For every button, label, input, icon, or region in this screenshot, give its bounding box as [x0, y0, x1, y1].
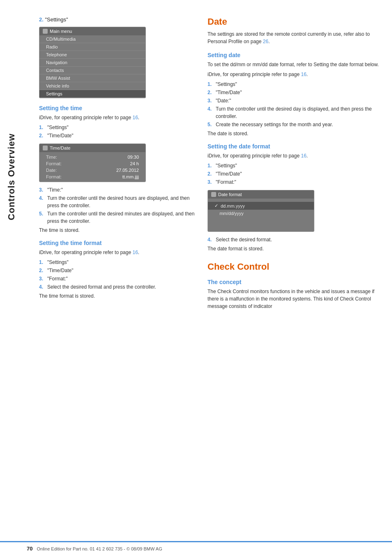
list-item: 4.Select the desired format and press th… [39, 283, 195, 291]
menu-item: Vehicle info [39, 82, 145, 90]
dateformat-option2: mm/dd/yyyy [219, 211, 244, 216]
setting-time-steps: 1."Settings" 2."Time/Date" [39, 124, 195, 139]
timedate-header: Time/Date [39, 144, 145, 152]
setting-date-link[interactable]: 16 [301, 72, 306, 77]
list-item: 4.Select the desired format. [208, 236, 380, 243]
menu-header: Main menu [39, 27, 145, 35]
timedate-row-format2: Format: tt.mm.jjjj [39, 173, 145, 180]
date-format-link[interactable]: 16 [301, 153, 306, 159]
menu-title: Main menu [50, 29, 72, 34]
list-item: 2."Time/Date" [208, 89, 380, 96]
menu-item-settings: Settings [39, 90, 145, 98]
dateformat-option1: dd.mm.yyyy [221, 204, 245, 208]
menu-item: CD/Multimedia [39, 35, 145, 43]
setting-date-format-steps: 1."Settings" 2."Time/Date" 3."Format:" [208, 162, 380, 186]
timedate-title: Time/Date [50, 146, 70, 150]
check-control-concept-heading: The concept [208, 279, 380, 285]
list-item: 1."Settings" [208, 162, 380, 169]
list-item: 2."Time/Date" [39, 267, 195, 274]
menu-items: CD/Multimedia Radio Telephone Navigation… [39, 35, 145, 98]
list-item: 2."Time/Date" [208, 170, 380, 178]
setting-date-format-steps-after: 4.Select the desired format. [208, 236, 380, 243]
setting-time-format-steps: 1."Settings" 2."Time/Date" 3."Format:" 4… [39, 259, 195, 291]
checkmark-icon: ✓ [214, 203, 218, 208]
menu-item: Contacts [39, 67, 145, 74]
main-menu-mockup: Main menu CD/Multimedia Radio Telephone … [39, 27, 146, 98]
menu-item: BMW Assist [39, 74, 145, 82]
date-intro-link[interactable]: 26 [263, 39, 268, 44]
date-stored: The date is stored. [208, 131, 380, 136]
page-number: 70 [27, 546, 32, 552]
list-item: 1."Settings" [39, 259, 195, 266]
dateformat-body: ✓ dd.mm.yyyy mm/dd/yyyy [208, 199, 314, 231]
content-area: 2. "Settings" Main menu CD/Multimedia Ra… [23, 0, 392, 329]
step2-intro: 2. "Settings" [39, 16, 195, 23]
setting-date-format-heading: Setting the date format [208, 143, 380, 150]
setting-time-format-intro: iDrive, for operating principle refer to… [39, 249, 195, 256]
setting-date-format-intro: iDrive, for operating principle refer to… [208, 152, 380, 160]
footer-text: Online Edition for Part no. 01 41 2 602 … [37, 546, 162, 551]
timedate-row-time: Time: 09:30 [39, 154, 145, 160]
date-heading: Date [208, 16, 380, 27]
setting-time-heading: Setting the time [39, 105, 195, 111]
list-item: 3."Format:" [208, 178, 380, 186]
page: Controls Overview 2. "Settings" Main men… [0, 0, 392, 555]
check-control-heading: Check Control [208, 261, 380, 272]
time-stored: The time is stored. [39, 227, 195, 233]
date-intro: The settings are stored for the remote c… [208, 30, 380, 45]
list-item: 1."Settings" [208, 81, 380, 88]
list-item: 5.Turn the controller until the desired … [39, 210, 195, 225]
list-item: 3."Date:" [208, 97, 380, 104]
left-column: 2. "Settings" Main menu CD/Multimedia Ra… [39, 16, 195, 312]
list-item: 1."Settings" [39, 124, 195, 131]
setting-date-heading: Setting date [208, 52, 380, 58]
check-control-body: The Check Control monitors functions in … [208, 288, 380, 310]
timedate-body: Time: 09:30 Format: 24 h Date: 27.05.201… [39, 152, 145, 182]
sidebar-title: Controls Overview [6, 133, 17, 220]
setting-time-format-heading: Setting the time format [39, 240, 195, 246]
sidebar: Controls Overview [0, 33, 23, 321]
empty-check [214, 211, 217, 216]
timedate-mockup: Time/Date Time: 09:30 Format: 24 h Date:… [39, 143, 146, 182]
list-item: 4.Turn the controller until the desired … [39, 194, 195, 209]
setting-time-steps-after: 3."Time:" 4.Turn the controller until th… [39, 186, 195, 225]
dateformat-icon [211, 192, 216, 197]
dateformat-row-mmddyyyy: mm/dd/yyyy [208, 210, 314, 217]
list-item: 2."Time/Date" [39, 132, 195, 139]
list-item: 3."Time:" [39, 186, 195, 194]
timedate-row-date: Date: 27.05.2012 [39, 167, 145, 173]
dateformat-row-ddmmyyyy: ✓ dd.mm.yyyy [208, 202, 314, 210]
dateformat-header: Date format [208, 190, 314, 199]
menu-icon [43, 29, 48, 34]
menu-item: Navigation [39, 59, 145, 67]
date-format-stored: The date format is stored. [208, 246, 380, 252]
setting-time-link[interactable]: 16 [132, 115, 138, 120]
setting-date-body: To set the dd/mm or mm/dd date format, r… [208, 61, 380, 68]
list-item: 4.Turn the controller until the desired … [208, 105, 380, 120]
setting-date-steps: 1."Settings" 2."Time/Date" 3."Date:" 4.T… [208, 81, 380, 128]
setting-date-intro: iDrive, for operating principle refer to… [208, 71, 380, 78]
dateformat-title: Date format [218, 192, 242, 197]
dateformat-mockup: Date format ✓ dd.mm.yyyy mm/dd/yyyy [208, 190, 314, 232]
right-column: Date The settings are stored for the rem… [208, 16, 380, 312]
timedate-icon [43, 146, 48, 150]
setting-time-intro: iDrive, for operating principle refer to… [39, 114, 195, 121]
step2-text: "Settings" [45, 16, 68, 23]
step2-num: 2. [39, 16, 44, 23]
time-format-link[interactable]: 16 [132, 250, 138, 255]
list-item: 3."Format:" [39, 275, 195, 282]
list-item: 5.Create the necessary settings for the … [208, 121, 380, 128]
timedate-row-format1: Format: 24 h [39, 160, 145, 167]
menu-item: Telephone [39, 51, 145, 59]
time-format-stored: The time format is stored. [39, 293, 195, 299]
menu-item: Radio [39, 43, 145, 51]
footer: 70 Online Edition for Part no. 01 41 2 6… [0, 541, 392, 555]
